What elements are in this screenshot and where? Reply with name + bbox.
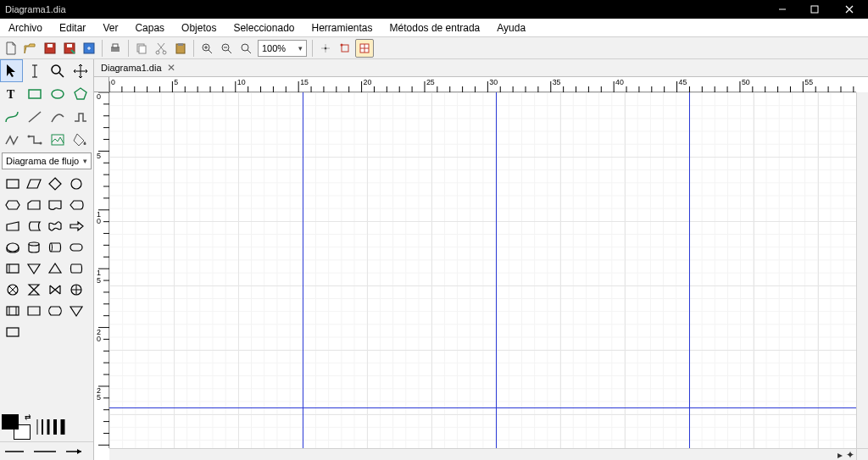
paste-button[interactable] bbox=[171, 39, 190, 58]
zoom-combo[interactable]: 100% ▾ bbox=[258, 40, 307, 57]
snap-grid-button[interactable] bbox=[355, 39, 374, 58]
shape-display[interactable] bbox=[65, 194, 86, 215]
shape-oval[interactable] bbox=[65, 236, 86, 258]
tool-magnify[interactable] bbox=[46, 59, 69, 82]
new-button[interactable] bbox=[2, 39, 20, 58]
menu-help[interactable]: Ayuda bbox=[488, 19, 534, 36]
shape-card[interactable] bbox=[23, 194, 44, 215]
tool-arc[interactable] bbox=[46, 105, 69, 128]
menu-input[interactable]: Métodos de entrada bbox=[381, 19, 489, 36]
line-start-style[interactable] bbox=[3, 447, 25, 456]
tool-polyline[interactable] bbox=[69, 105, 92, 128]
shape-library-combo[interactable]: Diagrama de flujo ▾ bbox=[2, 152, 92, 169]
vertical-guide[interactable] bbox=[303, 92, 303, 448]
shape-crossed-circle[interactable] bbox=[2, 279, 23, 300]
save-button[interactable] bbox=[41, 39, 59, 58]
window-close-button[interactable] bbox=[831, 0, 868, 19]
shape-document[interactable] bbox=[44, 194, 65, 215]
shape-triangle-up[interactable] bbox=[44, 258, 65, 279]
shape-box-open[interactable] bbox=[23, 300, 44, 321]
shape-manual-input[interactable] bbox=[2, 215, 23, 236]
menu-tools[interactable]: Herramientas bbox=[303, 19, 381, 36]
shape-bowtie[interactable] bbox=[44, 279, 65, 300]
vertical-scrollbar[interactable] bbox=[856, 92, 868, 448]
cut-button[interactable] bbox=[152, 39, 170, 58]
zoom-out-button[interactable] bbox=[217, 39, 236, 58]
zoom-fit-button[interactable] bbox=[236, 39, 255, 58]
tool-bezier[interactable] bbox=[0, 105, 23, 128]
shape-storage[interactable] bbox=[65, 258, 86, 279]
shape-tape[interactable] bbox=[44, 215, 65, 236]
tool-pointer[interactable] bbox=[0, 59, 23, 82]
swap-colors-icon[interactable]: ⇄ bbox=[25, 413, 31, 421]
shape-parallelogram[interactable] bbox=[23, 173, 44, 194]
shape-circle[interactable] bbox=[65, 173, 86, 194]
shape-cylinder[interactable] bbox=[2, 236, 23, 258]
svg-point-20 bbox=[325, 47, 327, 49]
shape-stored-data[interactable] bbox=[23, 215, 44, 236]
vertical-guide[interactable] bbox=[496, 92, 497, 448]
export-button[interactable] bbox=[80, 39, 98, 58]
horizontal-scrollbar[interactable]: ▸ ✦ bbox=[109, 448, 856, 460]
menu-file[interactable]: Archivo bbox=[0, 19, 51, 36]
tool-fill[interactable] bbox=[69, 128, 92, 151]
menu-view[interactable]: Ver bbox=[94, 19, 126, 36]
save-as-button[interactable] bbox=[60, 39, 79, 58]
copy-icon bbox=[135, 42, 148, 55]
open-button[interactable] bbox=[21, 39, 40, 58]
horizontal-guide[interactable] bbox=[109, 407, 856, 408]
shape-triangle-outline[interactable] bbox=[65, 300, 86, 321]
shape-rect-vbar[interactable] bbox=[2, 258, 23, 279]
tool-image[interactable] bbox=[46, 128, 69, 151]
document-tab[interactable]: Diagrama1.dia ✕ bbox=[94, 61, 181, 75]
svg-text:35: 35 bbox=[553, 78, 561, 86]
save-as-icon bbox=[63, 42, 76, 55]
menu-objects[interactable]: Objetos bbox=[173, 19, 225, 36]
shape-hexagon[interactable] bbox=[2, 194, 23, 215]
drawing-canvas[interactable] bbox=[109, 92, 856, 448]
shape-circle-plus[interactable] bbox=[65, 279, 86, 300]
ruler-vertical[interactable]: 0510152025 bbox=[94, 92, 109, 448]
line-end-style[interactable] bbox=[64, 447, 86, 456]
menu-edit[interactable]: Editar bbox=[51, 19, 94, 36]
shape-database[interactable] bbox=[23, 236, 44, 258]
tool-ellipse[interactable] bbox=[46, 82, 69, 105]
snap-grid-icon bbox=[358, 42, 371, 55]
foreground-background-swatch[interactable]: ⇄ bbox=[2, 414, 31, 440]
tool-polygon[interactable] bbox=[69, 82, 92, 105]
shape-rectangle[interactable] bbox=[2, 173, 23, 194]
copy-button[interactable] bbox=[132, 39, 151, 58]
tool-text-cursor[interactable] bbox=[23, 59, 46, 82]
shape-brackets-rect[interactable] bbox=[2, 300, 23, 321]
line-style[interactable] bbox=[32, 447, 58, 456]
tool-connector[interactable] bbox=[23, 128, 46, 151]
snap-object-button[interactable] bbox=[336, 39, 354, 58]
svg-text:5: 5 bbox=[97, 394, 101, 402]
menu-selected[interactable]: Seleccionado bbox=[225, 19, 303, 36]
shape-triangle-down[interactable] bbox=[23, 258, 44, 279]
ruler-horizontal[interactable]: 0510152025303540455055 bbox=[109, 77, 856, 92]
shape-bracket-round[interactable] bbox=[44, 300, 65, 321]
tool-rectangle[interactable] bbox=[23, 82, 46, 105]
shape-diamond[interactable] bbox=[44, 173, 65, 194]
window-maximize-button[interactable] bbox=[798, 0, 831, 19]
line-width-preview[interactable] bbox=[34, 417, 66, 437]
zoom-in-button[interactable] bbox=[198, 39, 216, 58]
tool-line[interactable] bbox=[23, 105, 46, 128]
shape-hourglass[interactable] bbox=[23, 279, 44, 300]
window-minimize-button[interactable] bbox=[766, 0, 798, 19]
print-button[interactable] bbox=[106, 39, 125, 58]
scroll-end-icon[interactable]: ✦ bbox=[846, 449, 854, 461]
vertical-guide[interactable] bbox=[689, 92, 690, 448]
close-tab-icon[interactable]: ✕ bbox=[167, 64, 175, 72]
shape-rectangle-empty[interactable] bbox=[2, 321, 23, 342]
menu-layers[interactable]: Capas bbox=[126, 19, 173, 36]
scroll-right-icon[interactable]: ▸ bbox=[837, 449, 843, 461]
foreground-color-swatch[interactable] bbox=[2, 414, 19, 430]
snap-point-button[interactable] bbox=[316, 39, 335, 58]
tool-move[interactable] bbox=[69, 59, 92, 82]
shape-drum[interactable] bbox=[44, 236, 65, 258]
shape-arrow[interactable] bbox=[65, 215, 86, 236]
tool-text[interactable]: T bbox=[0, 82, 23, 105]
tool-zigzag[interactable] bbox=[0, 128, 23, 151]
